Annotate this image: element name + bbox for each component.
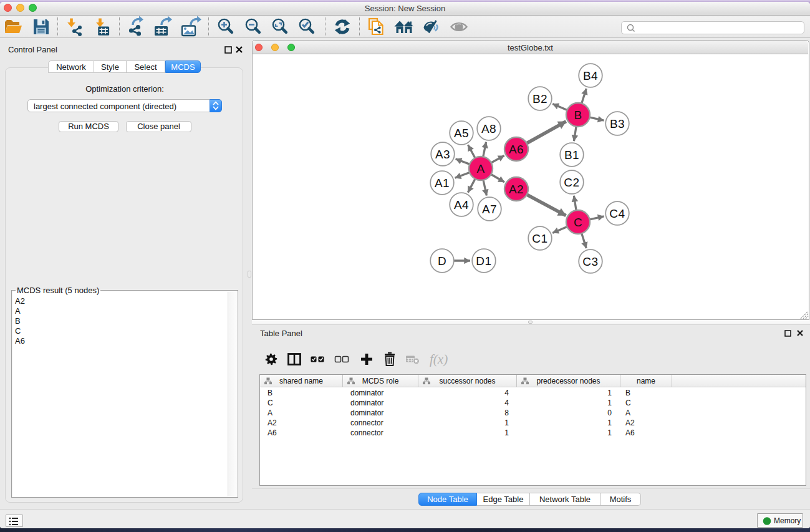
svg-text:B: B [574,109,582,122]
svg-text:B3: B3 [610,117,625,130]
svg-text:A3: A3 [435,148,450,161]
svg-text:A5: A5 [454,127,469,140]
svg-text:C2: C2 [564,176,579,189]
svg-text:A8: A8 [481,122,496,135]
svg-text:A6: A6 [509,143,524,156]
svg-text:B2: B2 [533,92,547,105]
svg-text:B1: B1 [564,148,579,162]
svg-text:B4: B4 [583,69,598,82]
svg-text:A7: A7 [482,203,497,216]
svg-text:C3: C3 [582,255,598,268]
svg-text:C: C [574,216,582,229]
svg-text:f(x): f(x) [430,352,448,367]
svg-text:D1: D1 [476,254,491,268]
svg-text:A2: A2 [509,183,524,196]
svg-text:A4: A4 [454,198,469,211]
svg-text:A1: A1 [435,177,450,190]
svg-text:D: D [438,254,446,268]
svg-text:A: A [476,162,485,175]
svg-text:C4: C4 [609,207,625,220]
svg-text:C1: C1 [532,232,547,245]
